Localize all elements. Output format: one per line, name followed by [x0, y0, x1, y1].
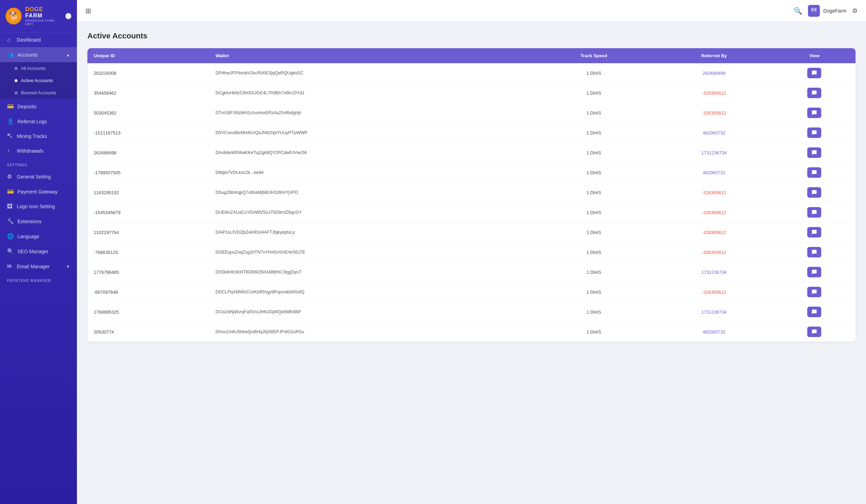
- cell-referred[interactable]: -326365612: [655, 103, 773, 123]
- cell-referred[interactable]: -326365612: [655, 222, 773, 242]
- cell-wallet: DP4hwJFPNxnbV3xcRtXiESjqQeRQUgbsSC: [209, 63, 533, 83]
- cell-speed: 1 DH/S: [533, 322, 654, 342]
- sidebar-item-seo-manager[interactable]: 🔍 SEO Manager: [0, 244, 77, 259]
- logo-area: 🐕 DOGE FARM DOGECOIN FARM DEFI: [0, 0, 77, 32]
- cell-wallet: DAiP1sLfVDZjbZeiHDoHAFTJbjkyiqduLy: [209, 222, 533, 242]
- view-button[interactable]: [807, 167, 821, 178]
- sidebar-item-active-accounts[interactable]: Active Accounts: [0, 74, 77, 87]
- view-button[interactable]: [807, 88, 821, 98]
- sidebar-item-withdrawals[interactable]: ↑ Withdrawals: [0, 144, 77, 158]
- view-button[interactable]: [807, 68, 821, 78]
- cell-referred[interactable]: -326365612: [655, 282, 773, 302]
- view-button[interactable]: [807, 207, 821, 218]
- cell-view: [773, 203, 856, 222]
- view-button[interactable]: [807, 187, 821, 198]
- cell-wallet: DTmS8FX8zMH2cAuHmrERz4a25xf6afghjh: [209, 103, 533, 123]
- sidebar-item-payment-gateway[interactable]: 💳 Payment Gateway: [0, 184, 77, 199]
- cell-id: 1776796485: [87, 262, 209, 282]
- cell-view: [773, 282, 856, 302]
- view-button[interactable]: [807, 147, 821, 158]
- table-row: 20530774 DHxu1mKx5hkwQoBHqJfqS6EPJFi4G2u…: [87, 322, 856, 342]
- cell-view: [773, 322, 856, 342]
- col-wallet: Wallet: [209, 48, 533, 63]
- logo-farm: FARM: [25, 13, 42, 19]
- cell-referred[interactable]: 1731236734: [655, 262, 773, 282]
- sidebar-item-banned-accounts[interactable]: Banned Accounts: [0, 87, 77, 99]
- cell-referred[interactable]: -326365612: [655, 203, 773, 222]
- cell-view: [773, 302, 856, 322]
- table-header: Unique ID Wallet Track Speed Referred By…: [87, 48, 856, 63]
- cell-referred[interactable]: 462065732: [655, 322, 773, 342]
- cell-view: [773, 222, 856, 242]
- svg-rect-5: [814, 10, 817, 11]
- view-button[interactable]: [807, 287, 821, 297]
- sidebar-item-email-manager[interactable]: ✉ Email Manager ▼: [0, 259, 77, 274]
- col-unique-id: Unique ID: [87, 48, 209, 63]
- sidebar-item-extensions[interactable]: 🔧 Extensions: [0, 214, 77, 229]
- sidebar-item-logo-icon-setting[interactable]: 🖼 Logo Icon Setting: [0, 199, 77, 214]
- cell-referred[interactable]: 1731236734: [655, 302, 773, 322]
- cell-referred[interactable]: -326365612: [655, 83, 773, 103]
- cell-id: -1511167513: [87, 123, 209, 143]
- page-title: Active Accounts: [87, 31, 856, 41]
- accounts-table-container: Unique ID Wallet Track Speed Referred By…: [87, 48, 856, 342]
- sidebar-item-dashboard[interactable]: ⌂ Dashboard: [0, 32, 77, 47]
- sidebar-item-mining-tracks[interactable]: ⛏ Mining Tracks: [0, 129, 77, 144]
- cell-referred[interactable]: -326365612: [655, 242, 773, 262]
- view-button[interactable]: [807, 247, 821, 257]
- sidebar-item-label: SEO Manager: [17, 249, 49, 254]
- sidebar-item-label: All Accounts: [21, 66, 46, 71]
- cell-speed: 1 DH/S: [533, 302, 654, 322]
- cell-id: 20530774: [87, 322, 209, 342]
- sidebar-item-language[interactable]: 🌐 Language: [0, 229, 77, 244]
- user-menu[interactable]: DogeFarm: [808, 5, 846, 17]
- cell-wallet: DGEEypuZnqZsg1hTN7vYhHGx5mE4v56J7E: [209, 242, 533, 262]
- dot-icon: [15, 79, 17, 82]
- search-icon[interactable]: 🔍: [794, 7, 802, 15]
- cell-referred[interactable]: 462065732: [655, 123, 773, 143]
- settings-section-label: SETTINGS: [0, 158, 77, 169]
- cell-referred[interactable]: 462065732: [655, 163, 773, 183]
- table-row: 1768995325 DCtx2dNjWvnjFaf3VciJHNJGjWQe5…: [87, 302, 856, 322]
- view-button[interactable]: [807, 307, 821, 317]
- svg-rect-3: [814, 8, 817, 9]
- table-row: 263489498 DAxb6eWEMwKKeTuj2gkBQY2PCdwfUV…: [87, 143, 856, 163]
- view-button[interactable]: [807, 267, 821, 277]
- view-button[interactable]: [807, 227, 821, 238]
- cell-referred[interactable]: 1731236734: [655, 143, 773, 163]
- logo-text: DOGE FARM DOGECOIN FARM DEFI: [25, 6, 62, 26]
- sidebar-item-label: Referral Logs: [17, 119, 47, 124]
- cell-speed: 1 DH/S: [533, 163, 654, 183]
- accounts-icon: 👥: [7, 51, 14, 58]
- cell-speed: 1 DH/S: [533, 143, 654, 163]
- cell-id: 263489498: [87, 143, 209, 163]
- sidebar-item-deposits[interactable]: 💳 Deposits: [0, 99, 77, 114]
- cell-id: -1789507505: [87, 163, 209, 183]
- cell-view: [773, 163, 856, 183]
- settings-icon[interactable]: ⚙: [852, 7, 858, 15]
- language-icon: 🌐: [7, 233, 14, 240]
- sidebar-item-general-setting[interactable]: ⚙ General Setting: [0, 169, 77, 184]
- email-icon: ✉: [7, 263, 13, 270]
- view-button[interactable]: [807, 127, 821, 138]
- sidebar-item-all-accounts[interactable]: All Accounts: [0, 62, 77, 74]
- image-icon: 🖼: [7, 203, 13, 210]
- cell-view: [773, 63, 856, 83]
- expand-icon[interactable]: ⊞: [85, 7, 91, 15]
- cell-referred[interactable]: -326365612: [655, 183, 773, 203]
- cell-referred[interactable]: 263489498: [655, 63, 773, 83]
- sidebar-item-label: Email Manager: [17, 264, 50, 269]
- cell-id: 1102297764: [87, 222, 209, 242]
- view-button[interactable]: [807, 108, 821, 118]
- sidebar-item-referral-logs[interactable]: 👤 Referral Logs: [0, 114, 77, 129]
- view-button[interactable]: [807, 327, 821, 337]
- table-row: 1776796485 DS5k6HbSKHT8D6WZ6iXt48fjhKC9q…: [87, 262, 856, 282]
- sidebar-item-accounts[interactable]: 👥 Accounts ▲: [0, 47, 77, 62]
- cell-id: 1163295192: [87, 183, 209, 203]
- cell-view: [773, 262, 856, 282]
- svg-rect-4: [814, 9, 817, 10]
- cell-speed: 1 DH/S: [533, 222, 654, 242]
- sidebar-item-label: Mining Tracks: [17, 133, 47, 139]
- sidebar-item-label: Accounts: [17, 52, 38, 58]
- table-row: -1511167513 D5VCsnuBkrMm6UrQaJN92hpiYUUy…: [87, 123, 856, 143]
